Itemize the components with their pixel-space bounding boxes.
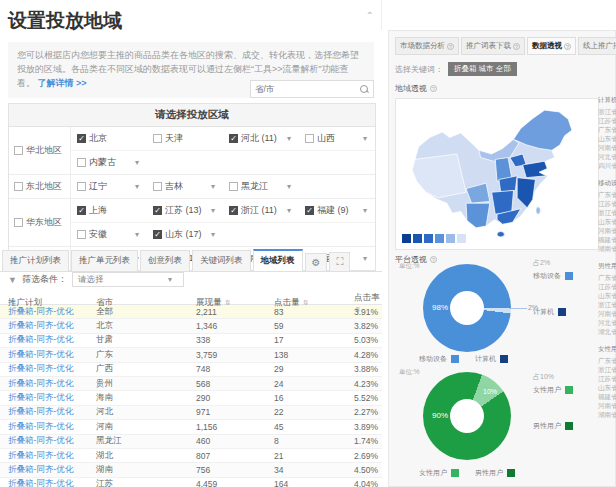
info-icon[interactable]: ? bbox=[430, 85, 437, 92]
province-item[interactable]: 黑龙江▾ bbox=[223, 175, 299, 198]
province-checkbox[interactable] bbox=[153, 206, 162, 215]
tab-3[interactable]: 关键词列表 bbox=[192, 250, 251, 271]
province-name: 黑龙江 bbox=[241, 180, 268, 193]
region-search[interactable] bbox=[250, 80, 374, 98]
ctr-cell: 5.03% bbox=[354, 335, 382, 345]
province-item[interactable]: 辽宁▾ bbox=[71, 175, 147, 198]
campaign-link[interactable]: 折叠箱-同齐-优化 bbox=[8, 450, 96, 462]
gender-slice-value: 10% bbox=[483, 388, 497, 395]
campaign-link[interactable]: 折叠箱-同齐-优化 bbox=[8, 349, 96, 361]
chevron-down-icon[interactable]: ▾ bbox=[287, 206, 291, 215]
campaign-link[interactable]: 折叠箱-同齐-优化 bbox=[8, 435, 96, 447]
expand-icon[interactable]: ⛶ bbox=[329, 252, 350, 271]
insight-tab-2[interactable]: 数据透视? bbox=[527, 37, 576, 55]
chevron-down-icon[interactable]: ▾ bbox=[211, 182, 215, 191]
keyword-tag[interactable]: 折叠箱 城市 全部 bbox=[448, 62, 517, 76]
legend-item: 男性用户 bbox=[475, 468, 515, 478]
ranking-item: 湖北省 - bbox=[598, 327, 616, 336]
ranking-item: 河北省 - bbox=[598, 318, 616, 327]
province-checkbox[interactable] bbox=[77, 134, 86, 143]
province-item[interactable]: 山东 (17)▾ bbox=[147, 223, 223, 246]
ranking-item: 湖南省 - bbox=[598, 410, 616, 419]
chevron-down-icon[interactable]: ▾ bbox=[287, 134, 291, 143]
province-item[interactable]: 安徽▾ bbox=[71, 223, 147, 246]
chevron-down-icon[interactable]: ▾ bbox=[135, 158, 139, 167]
province-checkbox[interactable] bbox=[153, 134, 162, 143]
province-item[interactable]: 河北 (11)▾ bbox=[223, 127, 299, 150]
chevron-down-icon[interactable]: ▾ bbox=[135, 182, 139, 191]
region-group-checkbox[interactable] bbox=[14, 218, 23, 227]
province-checkbox[interactable] bbox=[229, 206, 238, 215]
province-checkbox[interactable] bbox=[77, 158, 86, 167]
province-item[interactable]: 浙江 (11)▾ bbox=[223, 199, 299, 222]
insight-tab-3[interactable]: 线上推广排名? bbox=[578, 37, 616, 55]
campaign-link[interactable]: 折叠箱-同齐-优化 bbox=[8, 421, 96, 433]
filter-icon: ▼ bbox=[8, 275, 17, 285]
gender-section: 单位:% 90% 10% 占10%女性用户男性用户 女性用户男性用户 bbox=[395, 368, 610, 478]
province-item[interactable]: 北京 bbox=[71, 127, 147, 150]
province-item[interactable]: 吉林▾ bbox=[147, 175, 223, 198]
region-group-checkbox[interactable] bbox=[14, 182, 23, 191]
gear-icon[interactable]: ⚙ bbox=[305, 253, 328, 271]
map-legend-swatch bbox=[457, 234, 466, 243]
keyword-label: 选择关键词： bbox=[395, 64, 443, 75]
province-checkbox[interactable] bbox=[77, 182, 86, 191]
province-item[interactable]: 山西▾ bbox=[299, 127, 375, 150]
ranking-block: 移动设备广东省 -江苏省 -浙江省 -山东省 -河南省 -福建省 -湖南省 - bbox=[598, 179, 616, 253]
province-item[interactable]: 内蒙古▾ bbox=[71, 151, 147, 174]
province-checkbox[interactable] bbox=[153, 182, 162, 191]
tab-0[interactable]: 推广计划列表 bbox=[2, 250, 69, 271]
province-checkbox[interactable] bbox=[77, 230, 86, 239]
chevron-down-icon[interactable]: ▾ bbox=[211, 230, 215, 239]
campaign-link[interactable]: 折叠箱-同齐-优化 bbox=[8, 406, 96, 418]
province-checkbox[interactable] bbox=[229, 182, 238, 191]
tab-2[interactable]: 创意列表 bbox=[140, 250, 190, 271]
province-checkbox[interactable] bbox=[305, 134, 314, 143]
region-group-checkbox[interactable] bbox=[14, 146, 23, 155]
province-item[interactable]: 上海 bbox=[71, 199, 147, 222]
learn-more-link[interactable]: 了解详情 >> bbox=[38, 78, 87, 88]
filter-label: 筛选条件： bbox=[22, 273, 67, 286]
chevron-down-icon[interactable]: ▾ bbox=[211, 206, 215, 215]
campaign-link[interactable]: 折叠箱-同齐-优化 bbox=[8, 363, 96, 375]
campaign-link[interactable]: 折叠箱-同齐-优化 bbox=[8, 478, 96, 487]
info-icon[interactable]: ? bbox=[430, 256, 437, 263]
campaign-link[interactable]: 折叠箱-同齐-优化 bbox=[8, 306, 96, 318]
province-checkbox[interactable] bbox=[229, 134, 238, 143]
collapse-panel-icon[interactable]: ⌃ bbox=[366, 10, 374, 21]
ranking-item: 广东省 - bbox=[598, 125, 616, 134]
campaign-link[interactable]: 折叠箱-同齐-优化 bbox=[8, 464, 96, 476]
ranking-item: 河南省 - bbox=[598, 401, 616, 410]
search-icon[interactable] bbox=[360, 85, 369, 94]
filter-select[interactable]: 请选择 ▾ bbox=[72, 272, 184, 287]
province-checkbox[interactable] bbox=[77, 206, 86, 215]
campaign-link[interactable]: 折叠箱-同齐-优化 bbox=[8, 378, 96, 390]
platform-donut-chart: 98% 2% bbox=[423, 264, 511, 352]
chevron-down-icon[interactable]: ▾ bbox=[363, 134, 367, 143]
tab-1[interactable]: 推广单元列表 bbox=[71, 250, 138, 271]
province-item[interactable]: 天津 bbox=[147, 127, 223, 150]
data-insight-panel: 市场数据分析?推广词表下载?数据透视?线上推广排名? 选择关键词： 折叠箱 城市… bbox=[388, 30, 616, 487]
province-item[interactable]: 江苏 (13)▾ bbox=[147, 199, 223, 222]
campaign-link[interactable]: 折叠箱-同齐-优化 bbox=[8, 392, 96, 404]
table-row: 折叠箱-同齐-优化海南290165.52% bbox=[0, 391, 382, 405]
insight-tab-1[interactable]: 推广词表下载? bbox=[461, 37, 525, 55]
province-item[interactable]: 福建 (9)▾ bbox=[299, 199, 375, 222]
insight-tab-0[interactable]: 市场数据分析? bbox=[395, 37, 459, 55]
province-checkbox[interactable] bbox=[305, 206, 314, 215]
campaign-link[interactable]: 折叠箱-同齐-优化 bbox=[8, 334, 96, 346]
sort-icon[interactable]: ⇅ bbox=[302, 299, 308, 306]
chevron-down-icon[interactable]: ▾ bbox=[135, 230, 139, 239]
gender-donut-chart: 90% 10% bbox=[423, 372, 511, 460]
region-search-input[interactable] bbox=[255, 84, 360, 94]
region-group-provinces: 上海江苏 (13)▾浙江 (11)▾福建 (9)▾安徽▾山东 (17)▾ bbox=[71, 199, 375, 246]
sort-icon[interactable]: ⇅ bbox=[224, 299, 230, 306]
tab-4[interactable]: 地域列表 bbox=[253, 249, 303, 271]
chevron-down-icon[interactable]: ▾ bbox=[287, 182, 291, 191]
chevron-down-icon[interactable]: ▾ bbox=[363, 206, 367, 215]
province-checkbox[interactable] bbox=[153, 230, 162, 239]
info-icon: ? bbox=[447, 43, 454, 50]
impressions-cell: 2,211 bbox=[196, 307, 274, 317]
province-line: 北京天津河北 (11)▾山西▾ bbox=[71, 127, 375, 150]
campaign-link[interactable]: 折叠箱-同齐-优化 bbox=[8, 320, 96, 332]
